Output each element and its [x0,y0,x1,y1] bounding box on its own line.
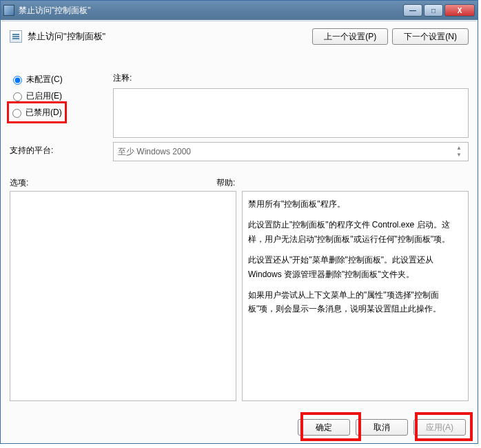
platform-value: 至少 Windows 2000 [118,146,191,158]
comment-label: 注释: [113,71,469,84]
radio-disabled-highlight: 已禁用(D) [7,101,67,123]
platform-label: 支持的平台: [10,143,113,161]
options-pane [10,191,236,401]
help-pane: 禁用所有"控制面板"程序。此设置防止"控制面板"的程序文件 Control.ex… [242,191,469,401]
radio-disabled-label: 已禁用(D) [25,107,62,119]
chevron-down-icon: ▼ [456,152,462,158]
maximize-button[interactable]: □ [424,4,443,17]
radio-not-configured-input[interactable] [13,76,22,85]
close-button[interactable]: X [444,4,475,17]
platform-box: 至少 Windows 2000 ▲ ▼ [113,142,469,161]
radio-not-configured[interactable]: 未配置(C) [10,71,113,88]
chevron-up-icon: ▲ [456,145,462,151]
help-paragraph: 此设置还从"开始"菜单删除"控制面板"。此设置还从 Windows 资源管理器删… [248,253,462,281]
radio-disabled-input[interactable] [12,109,21,118]
options-label: 选项: [10,177,216,189]
radio-disabled-row: 已禁用(D) [10,104,113,121]
section-labels: 选项: 帮助: [10,177,469,189]
header-row: 禁止访问"控制面板" 上一个设置(P) 下一个设置(N) [1,21,477,48]
dialog-buttons: 确定 取消 应用(A) [1,419,477,436]
minimize-button[interactable]: — [403,4,422,17]
cancel-button[interactable]: 取消 [356,419,408,436]
radio-enabled-label: 已启用(E) [26,90,62,102]
apply-button[interactable]: 应用(A) [413,419,466,436]
comment-textarea[interactable] [113,88,469,138]
window-title: 禁止访问"控制面板" [19,5,402,17]
setting-title: 禁止访问"控制面板" [28,30,312,43]
radio-enabled-input[interactable] [13,92,22,101]
policy-icon [10,30,22,43]
window-control-buttons: — □ X [402,4,475,17]
radio-disabled[interactable]: 已禁用(D) [9,104,62,121]
top-grid: 未配置(C) 已启用(E) 已禁用(D) 注释: 支持的平台 [10,71,469,161]
platform-scroll-arrows[interactable]: ▲ ▼ [454,145,464,158]
client-area: 禁止访问"控制面板" 上一个设置(P) 下一个设置(N) 未配置(C) 已启用(… [1,21,477,442]
nav-buttons: 上一个设置(P) 下一个设置(N) [312,28,469,45]
state-radios: 未配置(C) 已启用(E) 已禁用(D) [10,71,113,138]
help-label: 帮助: [216,177,469,189]
ok-button[interactable]: 确定 [298,419,350,436]
radio-not-configured-label: 未配置(C) [26,74,63,85]
titlebar: 禁止访问"控制面板" — □ X [1,1,478,20]
policy-editor-window: 禁止访问"控制面板" — □ X 禁止访问"控制面板" 上一个设置(P) 下一个… [0,0,478,444]
help-paragraph: 如果用户尝试从上下文菜单上的"属性"项选择"控制面板"项，则会显示一条消息，说明… [248,288,462,316]
help-paragraph: 禁用所有"控制面板"程序。 [248,197,462,211]
window-icon [3,5,14,16]
next-setting-button[interactable]: 下一个设置(N) [392,28,469,45]
previous-setting-button[interactable]: 上一个设置(P) [312,28,388,45]
big-panes: 禁用所有"控制面板"程序。此设置防止"控制面板"的程序文件 Control.ex… [10,191,469,401]
help-paragraph: 此设置防止"控制面板"的程序文件 Control.exe 启动。这样，用户无法启… [248,218,462,246]
